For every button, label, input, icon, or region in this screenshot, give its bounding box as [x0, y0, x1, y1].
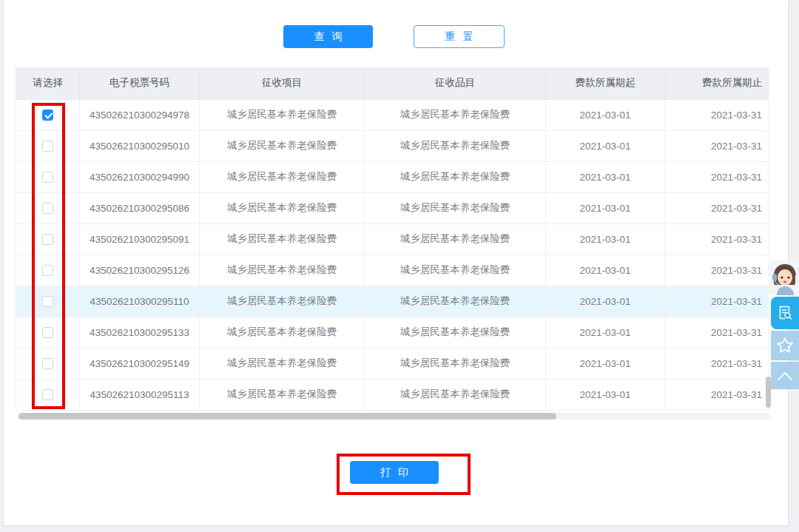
row-checkbox[interactable] — [42, 265, 53, 276]
levy-subitem-cell: 城乡居民基本养老保险费 — [365, 348, 546, 379]
period-end-cell: 2021-03-31 — [665, 379, 769, 410]
content-panel: 查询 重置 请选择 电子税票号码 征收项目 征收品目 费款所属期起 费款所属期止 — [3, 0, 789, 526]
period-end-cell: 2021-03-31 — [665, 223, 769, 255]
levy-subitem-cell: 城乡居民基本养老保险费 — [365, 99, 546, 130]
table-row[interactable]: 435026210300295133 城乡居民基本养老保险费 城乡居民基本养老保… — [16, 317, 769, 348]
period-start-cell: 2021-03-01 — [546, 379, 665, 410]
chevron-up-icon — [775, 369, 795, 383]
star-icon — [775, 336, 795, 355]
levy-item-cell: 城乡居民基本养老保险费 — [200, 379, 365, 410]
period-start-cell: 2021-03-01 — [546, 223, 665, 255]
row-checkbox[interactable] — [42, 296, 53, 307]
period-start-cell: 2021-03-01 — [546, 348, 665, 379]
results-table: 请选择 电子税票号码 征收项目 征收品目 费款所属期起 费款所属期止 43502… — [16, 67, 769, 411]
invoice-number-cell: 435026210300294990 — [80, 161, 200, 192]
vertical-scrollbar-thumb[interactable] — [766, 377, 771, 408]
period-end-cell: 2021-03-31 — [665, 192, 769, 223]
levy-subitem-cell: 城乡居民基本养老保险费 — [365, 223, 546, 255]
customer-service-avatar[interactable] — [769, 260, 799, 295]
document-search-icon — [776, 304, 794, 322]
select-cell — [16, 255, 80, 286]
record-search-button[interactable] — [771, 297, 799, 329]
levy-item-cell: 城乡居民基本养老保险费 — [200, 317, 365, 348]
customer-service-avatar-icon — [769, 260, 799, 295]
period-end-cell: 2021-03-31 — [665, 130, 769, 161]
levy-item-cell: 城乡居民基本养老保险费 — [200, 192, 365, 223]
levy-item-cell: 城乡居民基本养老保险费 — [200, 255, 365, 286]
levy-subitem-cell: 城乡居民基本养老保险费 — [365, 255, 546, 286]
table-row[interactable]: 435026210300295091 城乡居民基本养老保险费 城乡居民基本养老保… — [16, 223, 769, 255]
levy-item-cell: 城乡居民基本养老保险费 — [200, 161, 365, 192]
col-header-select: 请选择 — [16, 67, 80, 99]
invoice-number-cell: 435026210300295091 — [80, 223, 200, 255]
screen: 查询 重置 请选择 电子税票号码 征收项目 征收品目 费款所属期起 费款所属期止 — [0, 0, 799, 532]
invoice-number-cell: 435026210300295010 — [80, 130, 200, 161]
levy-item-cell: 城乡居民基本养老保险费 — [200, 286, 365, 317]
row-checkbox[interactable] — [42, 358, 53, 369]
period-end-cell: 2021-03-31 — [665, 286, 769, 317]
invoice-number-cell: 435026210300295126 — [80, 255, 200, 286]
table-row[interactable]: 435026210300295126 城乡居民基本养老保险费 城乡居民基本养老保… — [16, 255, 769, 286]
row-checkbox[interactable] — [42, 141, 53, 152]
levy-subitem-cell: 城乡居民基本养老保险费 — [365, 130, 546, 161]
select-cell — [16, 286, 80, 317]
levy-subitem-cell: 城乡居民基本养老保险费 — [365, 192, 546, 223]
levy-item-cell: 城乡居民基本养老保险费 — [200, 99, 365, 130]
table-row[interactable]: 435026210300295149 城乡居民基本养老保险费 城乡居民基本养老保… — [16, 348, 769, 379]
period-end-cell: 2021-03-31 — [665, 161, 769, 192]
col-header-period-end: 费款所属期止 — [665, 67, 769, 99]
print-button[interactable]: 打印 — [350, 461, 439, 484]
invoice-number-cell: 435026210300295133 — [80, 317, 200, 348]
collapse-button[interactable] — [771, 362, 799, 389]
select-cell — [16, 317, 80, 348]
period-start-cell: 2021-03-01 — [546, 99, 665, 130]
invoice-number-cell: 435026210300294978 — [80, 99, 200, 130]
levy-subitem-cell: 城乡居民基本养老保险费 — [365, 286, 546, 317]
table-header-row: 请选择 电子税票号码 征收项目 征收品目 费款所属期起 费款所属期止 — [16, 67, 769, 99]
invoice-number-cell: 435026210300295086 — [80, 192, 200, 223]
row-checkbox[interactable] — [42, 110, 53, 121]
select-cell — [16, 379, 80, 410]
row-checkbox[interactable] — [42, 234, 53, 245]
levy-item-cell: 城乡居民基本养老保险费 — [200, 223, 365, 255]
select-cell — [16, 99, 80, 130]
reset-button[interactable]: 重置 — [414, 25, 505, 48]
table-body: 435026210300294978 城乡居民基本养老保险费 城乡居民基本养老保… — [16, 99, 769, 410]
table-row[interactable]: 435026210300295010 城乡居民基本养老保险费 城乡居民基本养老保… — [16, 130, 769, 161]
period-start-cell: 2021-03-01 — [546, 192, 665, 223]
query-button[interactable]: 查询 — [283, 25, 373, 48]
horizontal-scrollbar-track[interactable] — [18, 413, 771, 420]
table-row[interactable]: 435026210300295110 城乡居民基本养老保险费 城乡居民基本养老保… — [16, 286, 769, 317]
row-checkbox[interactable] — [42, 203, 53, 214]
table-row[interactable]: 435026210300295086 城乡居民基本养老保险费 城乡居民基本养老保… — [16, 192, 769, 223]
table-row[interactable]: 435026210300294978 城乡居民基本养老保险费 城乡居民基本养老保… — [16, 99, 769, 130]
invoice-number-cell: 435026210300295110 — [80, 286, 200, 317]
table-row[interactable]: 435026210300295113 城乡居民基本养老保险费 城乡居民基本养老保… — [16, 379, 769, 410]
select-cell — [16, 192, 80, 223]
select-cell — [16, 223, 80, 255]
period-start-cell: 2021-03-01 — [546, 286, 665, 317]
period-start-cell: 2021-03-01 — [546, 255, 665, 286]
select-cell — [16, 348, 80, 379]
levy-item-cell: 城乡居民基本养老保险费 — [200, 130, 365, 161]
period-start-cell: 2021-03-01 — [546, 130, 665, 161]
col-header-invoice-number: 电子税票号码 — [80, 67, 200, 99]
row-checkbox[interactable] — [42, 327, 53, 338]
row-checkbox[interactable] — [42, 389, 53, 400]
invoice-number-cell: 435026210300295113 — [80, 379, 200, 410]
period-start-cell: 2021-03-01 — [546, 161, 665, 192]
favorite-button[interactable] — [771, 331, 799, 360]
levy-subitem-cell: 城乡居民基本养老保险费 — [365, 161, 546, 192]
select-cell — [16, 161, 80, 192]
col-header-levy-item: 征收项目 — [200, 67, 365, 99]
levy-item-cell: 城乡居民基本养老保险费 — [200, 348, 365, 379]
period-end-cell: 2021-03-31 — [665, 255, 769, 286]
col-header-levy-subitem: 征收品目 — [365, 67, 546, 99]
row-checkbox[interactable] — [42, 172, 53, 183]
select-cell — [16, 130, 80, 161]
fee-records-table: 请选择 电子税票号码 征收项目 征收品目 费款所属期起 费款所属期止 43502… — [16, 67, 769, 411]
period-start-cell: 2021-03-01 — [546, 317, 665, 348]
horizontal-scrollbar-thumb[interactable] — [18, 413, 556, 420]
levy-subitem-cell: 城乡居民基本养老保险费 — [365, 317, 546, 348]
table-row[interactable]: 435026210300294990 城乡居民基本养老保险费 城乡居民基本养老保… — [16, 161, 769, 192]
